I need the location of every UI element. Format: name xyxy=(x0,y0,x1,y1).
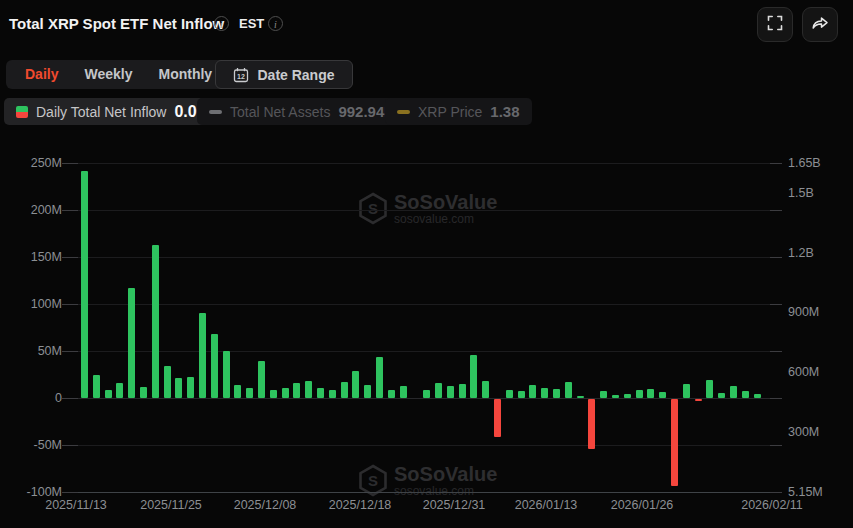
y-axis-tick-right xyxy=(770,210,782,211)
inflow-bar[interactable] xyxy=(364,385,371,398)
x-axis-label: 2025/11/25 xyxy=(140,498,202,512)
gridline xyxy=(70,163,778,164)
x-axis-label: 2026/01/26 xyxy=(611,498,674,512)
x-axis-label: 2026/01/13 xyxy=(515,498,578,512)
inflow-bar[interactable] xyxy=(199,313,206,398)
y-axis-label-left: -100M xyxy=(4,485,62,499)
inflow-bar[interactable] xyxy=(352,371,359,398)
y-axis-tick-left xyxy=(62,163,78,164)
y-axis-tick-left xyxy=(62,210,78,211)
y-axis-label-left: 50M xyxy=(4,344,62,358)
inflow-bar[interactable] xyxy=(329,390,336,398)
y-axis-label-right: 300M xyxy=(788,425,819,439)
x-axis-label: 2025/12/31 xyxy=(423,498,486,512)
inflow-bar[interactable] xyxy=(494,399,501,437)
y-axis-tick-left xyxy=(62,351,78,352)
gridline xyxy=(70,351,778,352)
inflow-bar[interactable] xyxy=(447,386,454,398)
y-axis-label-left: 200M xyxy=(4,203,62,217)
inflow-bar[interactable] xyxy=(305,381,312,398)
inflow-bar[interactable] xyxy=(234,385,241,398)
y-axis-label-left: 250M xyxy=(4,156,62,170)
y-axis-label-right: 1.2B xyxy=(788,246,814,260)
inflow-bar[interactable] xyxy=(577,396,584,398)
y-axis-label-left: 0 xyxy=(4,391,62,405)
inflow-bar[interactable] xyxy=(529,385,536,398)
inflow-bar[interactable] xyxy=(211,334,218,398)
inflow-bar[interactable] xyxy=(105,390,112,398)
x-axis-label: 2025/11/13 xyxy=(45,498,107,512)
y-axis-tick-left xyxy=(62,445,78,446)
y-axis-tick-right xyxy=(770,257,782,258)
inflow-bar[interactable] xyxy=(647,389,654,398)
inflow-bar[interactable] xyxy=(624,394,631,398)
inflow-bar[interactable] xyxy=(541,388,548,398)
y-axis-label-right: 1.5B xyxy=(788,186,814,200)
inflow-bar[interactable] xyxy=(706,380,713,398)
inflow-bar[interactable] xyxy=(282,388,289,398)
inflow-bar[interactable] xyxy=(246,388,253,398)
inflow-bar[interactable] xyxy=(636,390,643,398)
inflow-bar[interactable] xyxy=(459,384,466,398)
y-axis-label-left: 100M xyxy=(4,297,62,311)
xrp-etf-inflow-panel: Total XRP Spot ETF Net Inflow i EST i Da… xyxy=(0,0,853,528)
y-axis-label-right: 900M xyxy=(788,305,819,319)
inflow-bar[interactable] xyxy=(518,391,525,398)
inflow-bar[interactable] xyxy=(742,391,749,398)
x-axis-label: 2025/12/08 xyxy=(234,498,297,512)
inflow-bar[interactable] xyxy=(683,384,690,398)
inflow-bar[interactable] xyxy=(588,399,595,449)
inflow-bar[interactable] xyxy=(81,171,88,398)
inflow-bar[interactable] xyxy=(506,390,513,398)
inflow-bar[interactable] xyxy=(341,382,348,398)
x-axis-label: 2025/12/18 xyxy=(329,498,392,512)
inflow-bar[interactable] xyxy=(223,351,230,398)
inflow-bar[interactable] xyxy=(317,388,324,398)
inflow-bar[interactable] xyxy=(470,355,477,398)
inflow-bar[interactable] xyxy=(128,288,135,398)
inflow-bar[interactable] xyxy=(600,391,607,398)
inflow-bar[interactable] xyxy=(164,366,171,398)
inflow-bar[interactable] xyxy=(270,390,277,398)
inflow-bar[interactable] xyxy=(612,395,619,398)
y-axis-tick-left xyxy=(62,492,78,493)
inflow-bar[interactable] xyxy=(140,387,147,398)
inflow-bar[interactable] xyxy=(754,394,761,398)
y-axis-tick-right xyxy=(770,445,782,446)
inflow-bar[interactable] xyxy=(93,375,100,399)
inflow-bar[interactable] xyxy=(423,390,430,398)
inflow-bar[interactable] xyxy=(116,383,123,398)
inflow-bar[interactable] xyxy=(482,381,489,398)
y-axis-tick-right xyxy=(770,398,782,399)
y-axis-tick-right xyxy=(770,492,782,493)
y-axis-label-right: 1.65B xyxy=(788,156,821,170)
y-axis-tick-left xyxy=(62,257,78,258)
y-axis-label-right: 600M xyxy=(788,365,819,379)
y-axis-label-right: 5.15M xyxy=(788,485,823,499)
inflow-bar[interactable] xyxy=(175,378,182,398)
inflow-bar[interactable] xyxy=(435,383,442,398)
inflow-bar[interactable] xyxy=(553,389,560,398)
y-axis-tick-left xyxy=(62,304,78,305)
inflow-bar[interactable] xyxy=(376,357,383,398)
inflow-bar[interactable] xyxy=(695,399,702,401)
inflow-bar[interactable] xyxy=(388,390,395,398)
inflow-bar[interactable] xyxy=(671,399,678,486)
inflow-bar[interactable] xyxy=(152,245,159,398)
inflow-bar[interactable] xyxy=(258,361,265,398)
gridline xyxy=(70,304,778,305)
x-axis-label: 2026/02/11 xyxy=(741,498,803,512)
inflow-bar[interactable] xyxy=(565,382,572,398)
y-axis-label-left: 150M xyxy=(4,250,62,264)
gridline xyxy=(70,210,778,211)
bar-chart: 250M200M150M100M50M0-50M-100M1.65B1.5B1.… xyxy=(0,0,853,528)
inflow-bar[interactable] xyxy=(187,377,194,398)
y-axis-tick-right xyxy=(770,304,782,305)
inflow-bar[interactable] xyxy=(659,392,666,398)
inflow-bar[interactable] xyxy=(730,386,737,398)
inflow-bar[interactable] xyxy=(400,386,407,398)
gridline xyxy=(70,492,778,493)
inflow-bar[interactable] xyxy=(718,393,725,398)
y-axis-tick-left xyxy=(62,398,78,399)
inflow-bar[interactable] xyxy=(293,383,300,398)
